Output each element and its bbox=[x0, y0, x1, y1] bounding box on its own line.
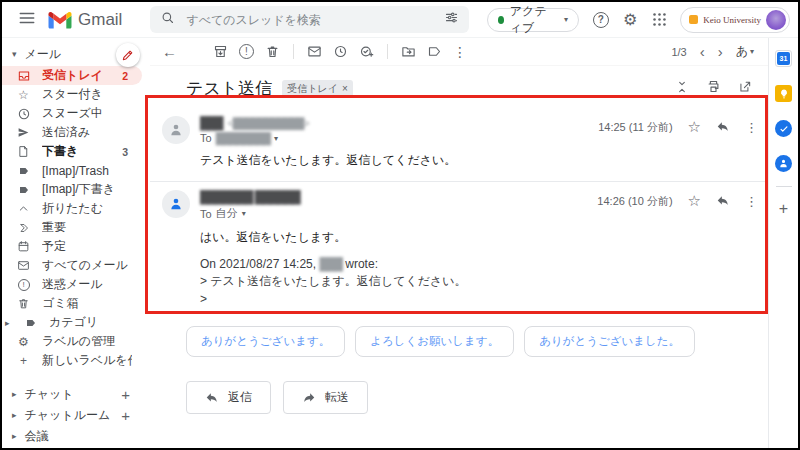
reply-icon[interactable] bbox=[716, 120, 730, 134]
back-icon[interactable]: ← bbox=[162, 44, 177, 59]
left-sidebar: ▾ メール 受信トレイ 2 ☆ スター付き スヌーズ中 送信済み bbox=[2, 38, 150, 448]
mark-unread-icon[interactable] bbox=[307, 44, 322, 59]
draft-icon bbox=[16, 145, 31, 158]
top-bar: Gmail アクティブ ▾ ? ⚙ Keio University bbox=[2, 2, 798, 38]
trash-icon bbox=[16, 297, 31, 310]
gmail-window: Gmail アクティブ ▾ ? ⚙ Keio University ▾ メール bbox=[0, 0, 800, 450]
lightbulb-icon bbox=[778, 88, 790, 100]
reply-button[interactable]: 返信 bbox=[186, 381, 271, 414]
quoted-text: On 2021/08/27 14:25, ███ wrote: > テスト送信を… bbox=[150, 246, 768, 308]
sidebar-section-meet[interactable]: ▸ 会議 bbox=[2, 426, 150, 447]
calendar-button[interactable]: 31 bbox=[775, 50, 792, 67]
smart-reply-chip[interactable]: ありがとうございました。 bbox=[524, 326, 695, 357]
sidebar-item-create-label[interactable]: + 新しいラベルを作成 bbox=[2, 351, 142, 370]
contacts-button[interactable] bbox=[775, 155, 792, 172]
sidebar-item-important[interactable]: 重要 bbox=[2, 218, 142, 237]
recipient-details-toggle[interactable]: To 自分 ▾ bbox=[200, 206, 597, 221]
snooze-icon[interactable] bbox=[333, 44, 348, 59]
reply-icon bbox=[205, 391, 219, 405]
account-switcher[interactable]: Keio University bbox=[680, 7, 790, 33]
sidebar-item-trash[interactable]: ゴミ箱 bbox=[2, 294, 142, 313]
star-icon[interactable]: ☆ bbox=[688, 192, 701, 210]
email-1-header[interactable]: ███ <███████████> To ████████ ▾ 14:25 (1… bbox=[150, 108, 768, 144]
sidebar-item-categories[interactable]: ▸ カテゴリ bbox=[2, 313, 142, 332]
sidebar-item-all-mail[interactable]: すべてのメール bbox=[2, 256, 142, 275]
smart-reply-chip[interactable]: よろしくお願いします。 bbox=[355, 326, 514, 357]
star-icon: ☆ bbox=[16, 88, 31, 102]
archive-icon[interactable] bbox=[213, 44, 228, 59]
newer-thread-icon[interactable]: ‹ bbox=[700, 43, 705, 60]
recipient-details-toggle[interactable]: To ████████ ▾ bbox=[200, 132, 598, 144]
smart-reply-chip[interactable]: ありがとうございます。 bbox=[186, 326, 345, 357]
active-status-dot bbox=[498, 16, 504, 24]
pagination-count: 1/3 bbox=[671, 46, 686, 58]
search-input[interactable] bbox=[184, 12, 434, 28]
labels-icon[interactable] bbox=[427, 44, 442, 59]
input-method-selector[interactable]: あ ▾ bbox=[736, 43, 754, 60]
sidebar-item-inbox[interactable]: 受信トレイ 2 bbox=[2, 66, 142, 85]
search-icon[interactable] bbox=[160, 10, 175, 29]
sender-name-redacted: ███ bbox=[200, 116, 223, 130]
status-selector[interactable]: アクティブ ▾ bbox=[487, 8, 579, 32]
add-room-icon[interactable]: + bbox=[121, 407, 130, 424]
compose-button[interactable] bbox=[116, 43, 140, 67]
more-options-icon[interactable]: ⋮ bbox=[745, 195, 758, 208]
sidebar-item-snoozed[interactable]: スヌーズ中 bbox=[2, 104, 142, 123]
smart-reply-row: ありがとうございます。 よろしくお願いします。 ありがとうございました。 bbox=[186, 326, 768, 357]
star-icon[interactable]: ☆ bbox=[688, 118, 701, 136]
sidebar-item-imap-drafts[interactable]: [Imap]/下書き bbox=[2, 180, 142, 199]
recipient-redacted: ████████ bbox=[216, 132, 270, 144]
search-options-icon[interactable] bbox=[444, 10, 459, 29]
more-options-icon[interactable]: ⋮ bbox=[745, 121, 758, 134]
remove-label-icon[interactable]: × bbox=[342, 83, 348, 94]
help-button[interactable]: ? bbox=[593, 12, 609, 28]
sidebar-item-collapse[interactable]: 折りたたむ bbox=[2, 199, 142, 218]
open-in-new-icon[interactable] bbox=[738, 80, 752, 98]
sidebar-item-sent[interactable]: 送信済み bbox=[2, 123, 142, 142]
email-2-header[interactable]: ███████ ██████ To 自分 ▾ 14:26 (10 分前) ☆ ⋮ bbox=[150, 182, 768, 221]
apps-grid-button[interactable] bbox=[651, 11, 668, 28]
keep-button[interactable] bbox=[775, 85, 792, 102]
inbox-label-chip[interactable]: 受信トレイ × bbox=[282, 80, 353, 98]
main-menu-icon[interactable] bbox=[12, 7, 42, 33]
sidebar-section-chat[interactable]: ▸ チャット + bbox=[2, 384, 150, 405]
thread-toolbar: ← ! ⋮ 1/3 ‹ › あ ▾ bbox=[150, 38, 768, 66]
report-spam-icon[interactable]: ! bbox=[239, 44, 254, 59]
collapse-all-icon[interactable] bbox=[675, 80, 689, 98]
sidebar-item-starred[interactable]: ☆ スター付き bbox=[2, 85, 142, 104]
sender-avatar bbox=[162, 116, 190, 144]
mail-section-label: メール bbox=[25, 46, 62, 63]
clock-icon bbox=[16, 107, 31, 121]
quoted-sender-redacted: ███ bbox=[319, 257, 342, 271]
sender-address-redacted: <███████████> bbox=[228, 117, 309, 129]
forward-button[interactable]: 転送 bbox=[283, 381, 368, 414]
sidebar-item-imap-trash[interactable]: [Imap]/Trash bbox=[2, 161, 142, 180]
add-addon-icon[interactable]: + bbox=[779, 201, 788, 217]
add-chat-icon[interactable]: + bbox=[121, 386, 130, 403]
print-icon[interactable] bbox=[706, 79, 721, 98]
sidebar-item-spam[interactable]: ! 迷惑メール bbox=[2, 275, 142, 294]
chat-sections: ▸ チャット + ▸ チャットルーム + ▸ 会議 bbox=[2, 384, 150, 447]
settings-button[interactable]: ⚙ bbox=[623, 10, 637, 29]
sidebar-item-scheduled[interactable]: 予定 bbox=[2, 237, 142, 256]
search-bar[interactable] bbox=[150, 6, 468, 33]
chevron-right-icon: ▸ bbox=[5, 318, 12, 328]
toolbar-divider bbox=[387, 44, 388, 59]
plus-icon: + bbox=[16, 354, 31, 368]
tasks-button[interactable] bbox=[775, 120, 792, 137]
add-to-tasks-icon[interactable] bbox=[359, 44, 374, 59]
sidebar-item-manage-labels[interactable]: ⚙ ラベルの管理 bbox=[2, 332, 142, 351]
gmail-logo[interactable]: Gmail bbox=[48, 10, 122, 30]
inbox-icon bbox=[16, 69, 31, 83]
schedule-icon bbox=[16, 240, 31, 253]
delete-icon[interactable] bbox=[265, 44, 280, 59]
sidebar-section-chat-rooms[interactable]: ▸ チャットルーム + bbox=[2, 405, 150, 426]
reply-icon[interactable] bbox=[716, 194, 730, 208]
move-to-icon[interactable] bbox=[401, 44, 416, 59]
send-icon bbox=[16, 126, 31, 139]
older-thread-icon[interactable]: › bbox=[718, 43, 723, 60]
chevron-down-icon: ▾ bbox=[750, 47, 754, 56]
sidebar-item-drafts[interactable]: 下書き 3 bbox=[2, 142, 142, 161]
more-options-icon[interactable]: ⋮ bbox=[453, 45, 467, 59]
user-avatar[interactable] bbox=[766, 10, 786, 30]
